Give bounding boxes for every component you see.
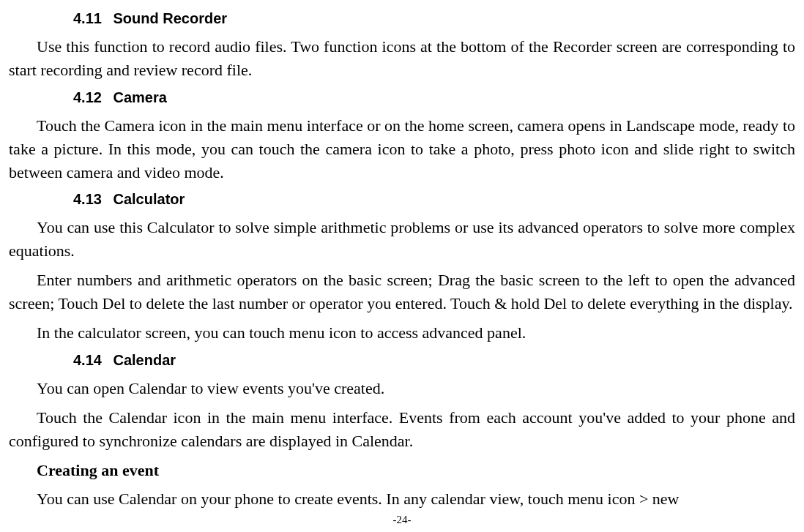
heading-4-11: 4.11 Sound Recorder <box>73 9 795 28</box>
heading-title: Calculator <box>113 191 185 207</box>
paragraph: In the calculator screen, you can touch … <box>9 321 795 345</box>
heading-number: 4.14 <box>73 351 102 370</box>
paragraph: Touch the Camera icon in the main menu i… <box>9 114 795 184</box>
page-number: -24- <box>393 514 412 526</box>
heading-4-12: 4.12 Camera <box>73 88 795 107</box>
heading-number: 4.11 <box>73 9 102 28</box>
paragraph: You can use this Calculator to solve sim… <box>9 216 795 263</box>
paragraph: Use this function to record audio files.… <box>9 35 795 82</box>
paragraph: Touch the Calendar icon in the main menu… <box>9 406 795 453</box>
heading-4-14: 4.14 Calendar <box>73 351 795 370</box>
heading-number: 4.13 <box>73 190 102 209</box>
heading-title: Calendar <box>113 352 176 368</box>
paragraph: You can open Calendar to view events you… <box>9 377 795 400</box>
heading-4-13: 4.13 Calculator <box>73 190 795 209</box>
document-content: 4.11 Sound Recorder Use this function to… <box>9 9 795 511</box>
paragraph: Enter numbers and arithmetic operators o… <box>9 269 795 315</box>
heading-number: 4.12 <box>73 88 102 107</box>
heading-title: Camera <box>113 89 167 105</box>
subheading-creating-event: Creating an event <box>9 459 795 482</box>
heading-title: Sound Recorder <box>113 10 228 26</box>
paragraph: You can use Calendar on your phone to cr… <box>9 487 795 511</box>
